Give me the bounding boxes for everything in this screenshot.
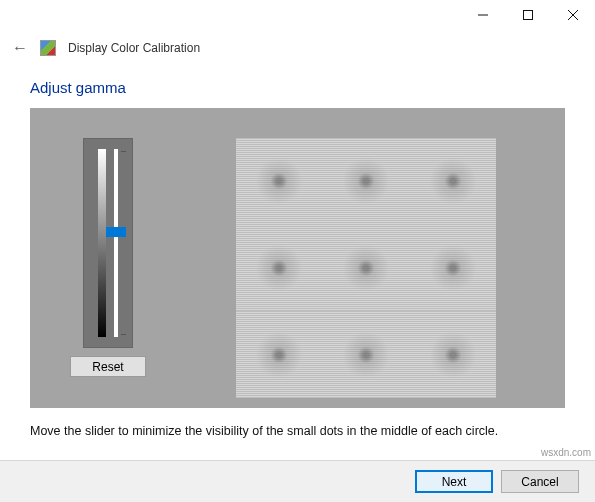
preview-cell	[409, 311, 496, 398]
preview-cell	[236, 311, 323, 398]
window-title: Display Color Calibration	[68, 41, 200, 55]
slider-track	[114, 149, 118, 337]
reset-button[interactable]: Reset	[70, 356, 146, 377]
maximize-button[interactable]	[505, 0, 550, 29]
gradient-strip	[98, 149, 106, 337]
watermark: wsxdn.com	[541, 447, 591, 458]
cancel-button[interactable]: Cancel	[501, 470, 579, 493]
slider-thumb[interactable]	[106, 227, 126, 237]
preview-cell	[323, 138, 410, 225]
preview-cell	[323, 225, 410, 312]
slider-column: Reset	[70, 138, 146, 377]
preview-cell	[236, 138, 323, 225]
svg-rect-1	[523, 10, 532, 19]
titlebar	[0, 0, 595, 30]
gamma-preview-grid	[236, 138, 496, 398]
back-arrow-icon[interactable]: ←	[12, 40, 28, 56]
next-button[interactable]: Next	[415, 470, 493, 493]
footer: Next Cancel	[0, 460, 595, 502]
preview-cell	[409, 225, 496, 312]
minimize-button[interactable]	[460, 0, 505, 29]
preview-cell	[409, 138, 496, 225]
header: ← Display Color Calibration	[0, 30, 595, 65]
instruction-text: Move the slider to minimize the visibili…	[0, 408, 595, 446]
page-heading: Adjust gamma	[30, 79, 565, 96]
calibration-panel: Reset	[30, 108, 565, 408]
preview-cell	[323, 311, 410, 398]
content-area: Adjust gamma Reset	[0, 65, 595, 408]
slider-tick-bottom	[121, 334, 126, 335]
gamma-slider[interactable]	[83, 138, 133, 348]
slider-tick-top	[121, 151, 126, 152]
app-icon	[40, 40, 56, 56]
preview-cell	[236, 225, 323, 312]
close-button[interactable]	[550, 0, 595, 29]
